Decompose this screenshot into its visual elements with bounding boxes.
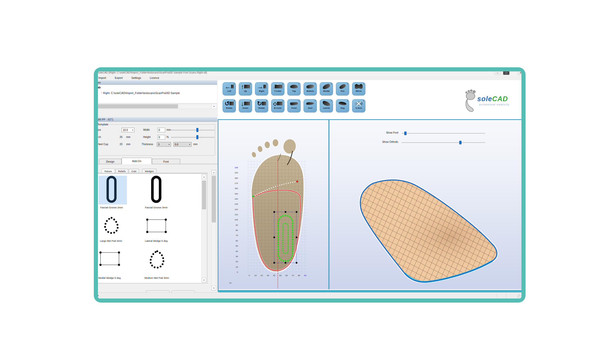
thickness-offset-dropdown[interactable]: 0.0▾ [173,142,191,147]
toolbar-button[interactable]: Right [255,82,268,96]
subtab-cuts[interactable]: Cuts [129,169,139,173]
slider-handle[interactable] [196,128,198,132]
ruler-tick-label: 20 [259,274,265,277]
toolbar-button-label: Up [244,90,247,92]
maximize-button[interactable]: □ [503,71,510,75]
orthotic-3d-viewport[interactable]: Show Foot Show Orthotic [329,120,521,289]
toolbar-button[interactable]: Rotate [223,99,236,113]
view-toolbar: Left Up Right T-Color Top [218,80,521,119]
arrow-left-icon [225,83,234,90]
toolbar-button[interactable]: X-Sect [352,99,365,113]
capsule-icon [105,176,118,203]
ruler-tick-label: 120 [229,207,238,212]
footprint-icon [463,89,478,112]
addon-list: Fascial Groove 2mm Fascial Groove 3mm [98,173,207,283]
toolbar-button-label: Rotate [259,107,265,109]
tree-branch-icon: └ [100,91,103,95]
capsule-icon [150,176,163,203]
scroll-down-icon[interactable]: ▼ [211,286,216,290]
scroll-up-icon[interactable]: ▲ [211,170,216,175]
chevron-down-icon: ▾ [169,143,170,146]
width-input[interactable]: 0 [158,128,165,132]
width-unit: mm [167,128,171,131]
insole-bottom-icon [306,83,315,90]
rect-wedge-icon [99,251,121,267]
toolbar-button[interactable]: B-Color [271,99,284,113]
heel-cup-unit: mm [126,143,131,146]
toolbar-button[interactable]: Rotate [255,99,268,113]
toolbar-button[interactable]: T-Color [271,82,284,96]
frame-inner: soleCAD [Right: C:\soleCAD\Import_Folder… [98,71,521,298]
height-input[interactable]: 0 [158,135,165,139]
foot-scan-viewport[interactable]: 1951901801701601501401301201101009080706… [218,120,328,289]
scroll-thumb[interactable] [202,181,206,209]
menu-item[interactable]: Export [115,76,123,79]
ruler-tick-label: 110 [229,212,238,217]
resize-grip[interactable] [517,294,521,298]
toolbar-button[interactable]: Left [223,82,236,96]
addon-item-fascial-groove-3mm[interactable] [150,176,163,204]
scroll-down-icon[interactable]: ▼ [202,278,206,282]
ruler-tick-label: 0 [246,274,252,277]
tree-scan-node[interactable]: └ Right: C:\soleCAD\Import_Folder\textsc… [100,91,180,95]
hscroll-right-arrow-icon[interactable]: ▸ [211,104,217,109]
scroll-up-icon[interactable]: ▲ [202,174,206,179]
height-slider[interactable] [171,135,215,139]
solecad-window: soleCAD [Right: C:\soleCAD\Import_Folder… [98,71,521,298]
menu-item[interactable]: Import [98,76,106,79]
toolbar-button[interactable]: Bottom [304,82,317,96]
subtab-wedges[interactable]: Wedges [142,169,157,173]
met-line-start-handle[interactable] [252,195,254,197]
toolbar-button-label: Medial [323,90,330,92]
ruler-tick-label: 160 [229,186,238,191]
tab-design[interactable]: Design [99,159,122,164]
ruler-tick-label: 150 [229,191,238,197]
toolbar-button[interactable]: Mirror [352,82,365,96]
toolbar-button[interactable]: Medial [320,82,333,96]
met-line-end-handle[interactable] [296,181,298,182]
tab-add-on[interactable]: Add-On [122,158,152,164]
ruler-tick-label: 30 [229,254,238,259]
insole-pos-icon [338,83,347,90]
scroll-thumb[interactable] [212,176,216,222]
window-title: soleCAD [Right: C:\soleCAD\Import_Folder… [98,71,458,74]
close-button[interactable]: ✕ [517,71,521,75]
toolbar-button[interactable]: Front [287,99,301,113]
addon-list-scrollbar[interactable]: ▲ ▼ [201,174,207,283]
toolbar-button[interactable]: Down [239,99,252,113]
toolbar-button[interactable]: Neg [336,99,349,113]
addon-item-medial-wedge-5deg[interactable] [99,251,121,268]
addon-item-fascial-groove-2mm[interactable] [105,176,118,204]
addon-item-large-met-pad-4mm[interactable] [103,216,120,236]
width-slider[interactable] [171,128,215,132]
toolbar-button[interactable]: Heel [304,99,317,113]
minimize-button[interactable]: – [494,71,501,75]
toolbar-button-label: X-Sect [356,107,362,109]
hscroll-thumb[interactable] [98,104,178,108]
addon-label: Lateral Wedge 5 deg [136,239,177,242]
thickness-dropdown[interactable]: 3▾ [157,142,171,147]
toolbar-button[interactable]: Up [239,82,252,96]
toolbar-button[interactable]: Lateral [320,99,333,113]
tree-root-node[interactable]: Lab [98,86,101,89]
menu-item[interactable]: Licence [150,76,159,79]
size-dropdown[interactable]: 10.0▾ [122,128,134,132]
addon-label: Large Met Pad 4mm [98,239,132,242]
width-label: Width [143,128,150,131]
slider-track [171,137,215,138]
addon-item-lateral-wedge-5deg[interactable] [145,218,168,235]
tab-foot[interactable]: Foot [152,159,180,164]
t-color-icon [273,83,282,90]
subtab-raises[interactable]: Raises [102,169,115,173]
rect-wedge-icon [145,218,168,234]
menu-item[interactable]: Settings [131,76,141,79]
subtab-reliefs[interactable]: Reliefs [115,169,128,173]
addon-item-medium-met-pad-3mm[interactable] [148,250,166,272]
tree-hscrollbar[interactable]: ▸ [98,104,217,109]
panel-scrollbar[interactable]: ▲ ▼ [211,170,216,291]
slider-handle[interactable] [196,135,198,139]
ruler-tick-label: 80 [296,274,302,277]
insole-lateral-icon [322,100,331,107]
toolbar-button[interactable]: Top [287,82,301,96]
toolbar-button[interactable]: Pos [336,82,349,96]
